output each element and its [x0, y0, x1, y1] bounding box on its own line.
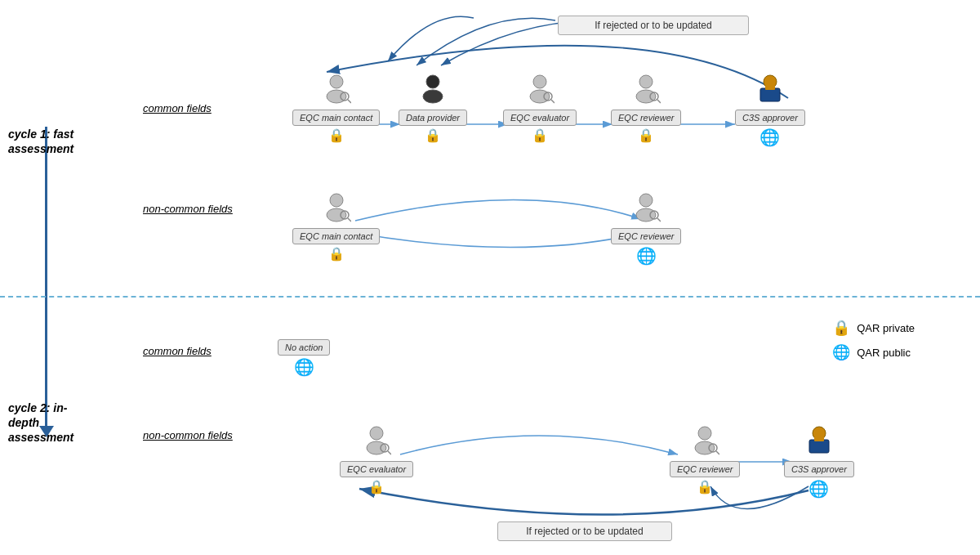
cycle2-no-action-box: No action — [278, 339, 330, 356]
cycle1-eqc-evaluator-box: EQC evaluator — [503, 110, 577, 126]
cycle1-label: cycle 1: fast assessment — [8, 127, 82, 156]
cycle2-no-action-globe: 🌐 — [278, 357, 330, 377]
cycle1-eqc-reviewer-box: EQC reviewer — [611, 110, 681, 126]
cycle1-common-label: common fields — [143, 102, 212, 114]
svg-line-22 — [657, 100, 661, 103]
svg-line-12 — [348, 100, 351, 103]
cycle1-eqc-reviewer-lock: 🔒 — [611, 128, 681, 143]
cycle1-data-provider-box: Data provider — [399, 110, 467, 126]
svg-point-10 — [327, 90, 346, 103]
cycle2-nc-eqc-evaluator-icon — [362, 425, 391, 458]
eqc-evaluator-icon — [525, 74, 555, 106]
cycle2-noncommon-label: non-common fields — [143, 429, 233, 441]
svg-point-16 — [530, 90, 550, 103]
section-divider — [0, 296, 980, 298]
rejected-label-bottom: If rejected or to be updated — [497, 521, 672, 541]
rejected-label-top: If rejected or to be updated — [558, 16, 749, 35]
cycle2-nc-eqc-reviewer-icon — [690, 425, 719, 458]
svg-rect-25 — [765, 85, 775, 90]
svg-point-35 — [367, 441, 386, 454]
cycle1-eqc-main-contact-box: EQC main contact — [292, 110, 380, 126]
svg-rect-24 — [760, 88, 780, 101]
legend-globe-icon: 🌐 — [832, 343, 850, 361]
svg-point-34 — [370, 427, 383, 440]
legend-qar-private-label: QAR private — [857, 322, 915, 334]
cycle1-data-provider-group: Data provider 🔒 — [399, 74, 467, 143]
cycle2-nc-c3s-approver-box: C3S approver — [784, 461, 854, 477]
eqc-reviewer-common-icon — [631, 74, 661, 106]
c3s-approver-common-icon — [755, 74, 785, 106]
cycle1-nc-eqc-main-lock: 🔒 — [292, 246, 380, 262]
cycle2-label: cycle 2: in-depth assessment — [8, 401, 82, 445]
cycle1-nc-eqc-main-box: EQC main contact — [292, 228, 380, 244]
cycle1-nc-eqc-reviewer-globe: 🌐 — [611, 246, 681, 266]
data-provider-icon — [418, 74, 448, 106]
cycle2-nc-c3s-approver-group: C3S approver 🌐 — [784, 425, 854, 499]
cycle2-no-action-group: No action 🌐 — [278, 339, 330, 377]
svg-point-13 — [426, 75, 439, 88]
svg-line-33 — [657, 218, 661, 222]
svg-line-37 — [388, 451, 391, 454]
cycle1-noncommon-label: non-common fields — [143, 203, 233, 215]
cycle1-nc-eqc-reviewer-box: EQC reviewer — [611, 228, 681, 244]
legend-qar-public: 🌐 QAR public — [832, 343, 915, 361]
cycle2-nc-eqc-reviewer-lock: 🔒 — [670, 479, 740, 495]
cycle1-nc-eqc-main-contact-group: EQC main contact 🔒 — [292, 192, 380, 262]
cycle2-common-label: common fields — [143, 345, 212, 357]
svg-point-9 — [330, 75, 343, 88]
cycle1-eqc-main-contact-lock: 🔒 — [292, 128, 380, 143]
cycle2-nc-eqc-reviewer-group: EQC reviewer 🔒 — [670, 425, 740, 495]
svg-rect-43 — [809, 440, 829, 453]
cycle1-eqc-main-contact-group: EQC main contact 🔒 — [292, 74, 380, 143]
svg-line-29 — [348, 218, 351, 222]
eqc-main-contact-icon — [322, 74, 351, 106]
svg-point-15 — [533, 75, 546, 88]
cycle-vertical-arrow — [45, 127, 47, 429]
svg-point-19 — [639, 75, 653, 88]
svg-rect-44 — [814, 436, 824, 441]
svg-point-39 — [695, 441, 715, 454]
cycle1-c3s-approver-globe: 🌐 — [735, 128, 805, 147]
cycle2-nc-c3s-approver-icon — [804, 425, 834, 458]
svg-point-20 — [636, 90, 656, 103]
svg-point-14 — [423, 90, 443, 103]
svg-line-41 — [716, 451, 719, 454]
cycle1-c3s-approver-common-group: C3S approver 🌐 — [735, 74, 805, 147]
legend: 🔒 QAR private 🌐 QAR public — [832, 319, 915, 368]
cycle1-nc-eqc-main-icon — [322, 192, 351, 225]
cycle1-nc-eqc-reviewer-icon — [631, 192, 661, 225]
cycle1-c3s-approver-box: C3S approver — [735, 110, 805, 126]
cycle2-nc-eqc-evaluator-lock: 🔒 — [340, 479, 413, 495]
svg-line-18 — [551, 100, 555, 103]
svg-point-38 — [698, 427, 711, 440]
svg-point-27 — [327, 208, 346, 222]
cycle2-nc-eqc-evaluator-group: EQC evaluator 🔒 — [340, 425, 413, 495]
cycle1-data-provider-lock: 🔒 — [399, 128, 467, 143]
cycle2-nc-eqc-evaluator-box: EQC evaluator — [340, 461, 413, 477]
legend-qar-public-label: QAR public — [857, 347, 911, 359]
svg-point-26 — [330, 194, 343, 207]
cycle1-eqc-reviewer-common-group: EQC reviewer 🔒 — [611, 74, 681, 143]
cycle2-nc-c3s-approver-globe: 🌐 — [784, 479, 854, 499]
svg-point-31 — [636, 208, 656, 222]
diagram-container: cycle 1: fast assessment cycle 2: in-dep… — [0, 0, 980, 555]
cycle2-nc-eqc-reviewer-box: EQC reviewer — [670, 461, 740, 477]
cycle1-eqc-evaluator-lock: 🔒 — [503, 128, 577, 143]
svg-point-30 — [639, 194, 653, 207]
cycle1-eqc-evaluator-group: EQC evaluator 🔒 — [503, 74, 577, 143]
cycle1-nc-eqc-reviewer-group: EQC reviewer 🌐 — [611, 192, 681, 266]
legend-lock-icon: 🔒 — [832, 319, 850, 337]
legend-qar-private: 🔒 QAR private — [832, 319, 915, 337]
